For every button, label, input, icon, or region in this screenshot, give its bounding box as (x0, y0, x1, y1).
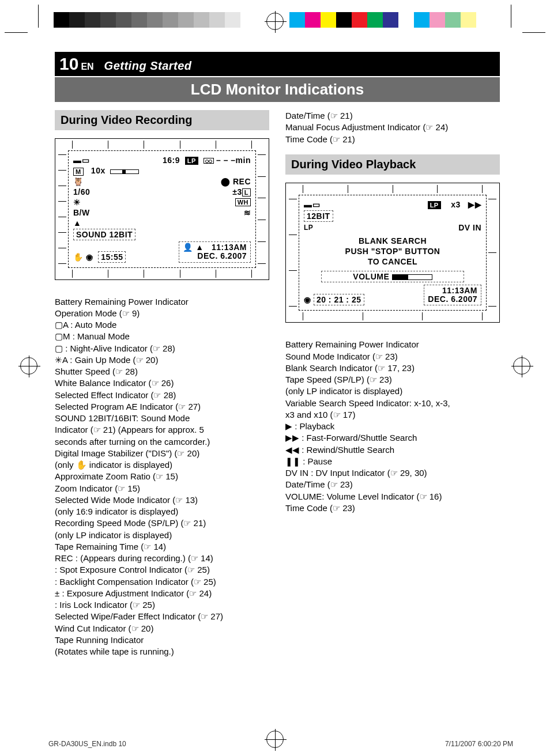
exposure-adjust: ±3 (232, 187, 242, 196)
list-item: Operation Mode (☞ 9) (55, 308, 269, 319)
list-item: ▢M : Manual Mode (55, 331, 269, 342)
list-item: : Spot Exposure Control Indicator (☞ 25) (55, 564, 269, 576)
list-item: ✳A : Gain Up Mode (☞ 20) (55, 354, 269, 366)
time-code: 20 : 21 : 25 (314, 294, 364, 305)
remaining-min: – – –min (216, 156, 251, 165)
list-item: Battery Remaining Power Indicator (285, 339, 500, 350)
page-title: LCD Monitor Indications (55, 77, 500, 102)
iris-lock-icon: L (242, 188, 251, 196)
list-item: Tape Running Indicator (55, 634, 269, 646)
wb-icon: ☀ (73, 198, 81, 207)
list-item: (only LP indicator is displayed) (55, 530, 269, 541)
footer: GR-DA30US_EN.indb 10 7/11/2007 6:00:20 P… (48, 740, 513, 748)
list-item: (only ✋ indicator is displayed) (55, 459, 269, 471)
recording-subhead: During Video Recording (55, 110, 269, 130)
sound-mode: SOUND 12BIT (73, 229, 135, 240)
mode-box: M (73, 168, 84, 176)
grayscale-bar (54, 12, 256, 28)
list-item: ▶ : Playback (285, 421, 500, 432)
playback-subhead: During Video Playback (285, 154, 500, 175)
section-title: Getting Started (104, 59, 192, 73)
cassette-icon (204, 158, 214, 164)
footer-datetime: 7/11/2007 6:00:20 PM (445, 740, 513, 748)
blank-search-3: TO CANCEL (304, 256, 481, 267)
list-item: Approximate Zoom Ratio (☞ 15) (55, 471, 269, 482)
playback-indicator-list: Battery Remaining Power IndicatorSound M… (285, 339, 500, 514)
list-item: DV IN : DV Input Indicator (☞ 29, 30) (285, 467, 500, 479)
focus-icon: 👤 ▲ (183, 243, 209, 252)
list-item: seconds after turning on the camcorder.) (55, 436, 269, 448)
volume-bar-icon (392, 274, 432, 280)
recording-lcd: ▬▭ 16:9 LP – – –min M 10x (68, 150, 256, 268)
effect-bw: B/W (73, 208, 90, 217)
list-item: ▢A : Auto Mode (55, 319, 269, 331)
list-item: ▢ : Night-Alive Indicator (☞ 28) (55, 343, 269, 354)
battery-icon: ▬▭ (304, 200, 320, 209)
playback-lcd: ▬▭ LP x3 ▶▶ 12BIT LP DV IN (299, 195, 487, 311)
list-item: Variable Search Speed Indicator: x-10, x… (285, 398, 500, 409)
ae-icon: ▲ (73, 218, 81, 228)
list-item: x3 and x10 (☞ 17) (285, 409, 500, 421)
list-item: Digital Image Stabilizer ("DIS") (☞ 20) (55, 448, 269, 459)
recording-indicator-list: Battery Remaining Power IndicatorOperati… (55, 296, 269, 658)
sound-bit: 12BIT (304, 210, 333, 222)
color-bar (289, 12, 476, 28)
lp-badge: LP (185, 157, 198, 165)
tape-running-icon: ◉ (86, 252, 93, 262)
list-item: ❚❚ : Pause (285, 456, 500, 467)
list-item: Manual Focus Adjustment Indicator (☞ 24) (285, 122, 500, 133)
list-item: Tape Remaining Time (☞ 14) (55, 541, 269, 553)
list-item: (only 16:9 indicator is displayed) (55, 506, 269, 517)
list-item: Tape Speed (SP/LP) (☞ 23) (285, 374, 500, 385)
list-item: VOLUME: Volume Level Indicator (☞ 16) (285, 491, 500, 502)
dv-in: DV IN (458, 223, 481, 232)
shutter-speed: 1/60 (73, 187, 90, 196)
list-item: Wind Cut Indicator (☞ 20) (55, 623, 269, 634)
recording-lcd-frame: ▬▭ 16:9 LP – – –min M 10x (55, 138, 269, 280)
list-item: SOUND 12BIT/16BIT: Sound Mode (55, 413, 269, 424)
list-item: White Balance Indicator (☞ 26) (55, 377, 269, 389)
dis-icon: ✋ (73, 252, 84, 262)
registration-mark-icon (513, 357, 530, 375)
night-icon: 🦉 (73, 177, 84, 186)
list-item: Battery Remaining Power Indicator (55, 296, 269, 308)
zoom-ratio: 10x (91, 166, 106, 175)
right-column: Date/Time (☞ 21)Manual Focus Adjustment … (285, 110, 500, 657)
registration-mark-icon (20, 357, 37, 375)
rec-dot-icon: ⬤ (221, 177, 231, 186)
list-item: ◀◀ : Rewind/Shuttle Search (285, 444, 500, 456)
registration-mark-icon (266, 13, 284, 30)
play-icon: ▶▶ (468, 200, 481, 209)
time: 11:13AM (212, 243, 247, 252)
list-item: Blank Search Indicator (☞ 17, 23) (285, 362, 500, 374)
list-item: Sound Mode Indicator (☞ 23) (285, 351, 500, 362)
lp-badge: LP (428, 201, 441, 209)
header-bar: 10 EN Getting Started (55, 52, 500, 76)
list-item: Zoom Indicator (☞ 15) (55, 483, 269, 494)
left-column: During Video Recording ▬▭ 16:9 LP – – –m… (55, 110, 269, 657)
list-item: Time Code (☞ 23) (285, 502, 500, 514)
volume-label: VOLUME (353, 272, 389, 281)
wind-cut-icon: ≋ (244, 208, 251, 217)
battery-icon: ▬▭ (73, 156, 89, 165)
search-speed: x3 (451, 200, 461, 209)
date: DEC. 6.2007 (428, 294, 477, 304)
tape-running-icon: ◉ (304, 295, 311, 304)
list-item: Shutter Speed (☞ 28) (55, 366, 269, 377)
list-item: ± : Exposure Adjustment Indicator (☞ 24) (55, 588, 269, 599)
date: DEC. 6.2007 (197, 251, 247, 260)
aspect-ratio: 16:9 (163, 156, 180, 165)
list-item: (Rotates while tape is running.) (55, 646, 269, 657)
time-code: 15:55 (98, 251, 126, 263)
list-item: Indicator (☞ 21) (Appears for approx. 5 (55, 424, 269, 436)
zoom-bar-icon (110, 169, 139, 174)
print-marks (0, 5, 550, 33)
list-item: : Iris Lock Indicator (☞ 25) (55, 599, 269, 611)
list-item: Selected Program AE Indicator (☞ 27) (55, 401, 269, 413)
list-item: Time Code (☞ 21) (285, 134, 500, 145)
page-number: 10 (59, 54, 78, 74)
time: 11:13AM (442, 286, 477, 295)
playback-lcd-frame: ▬▭ LP x3 ▶▶ 12BIT LP DV IN (285, 183, 500, 323)
list-item: (only LP indicator is displayed) (285, 385, 500, 397)
list-item: Date/Time (☞ 21) (285, 110, 500, 122)
